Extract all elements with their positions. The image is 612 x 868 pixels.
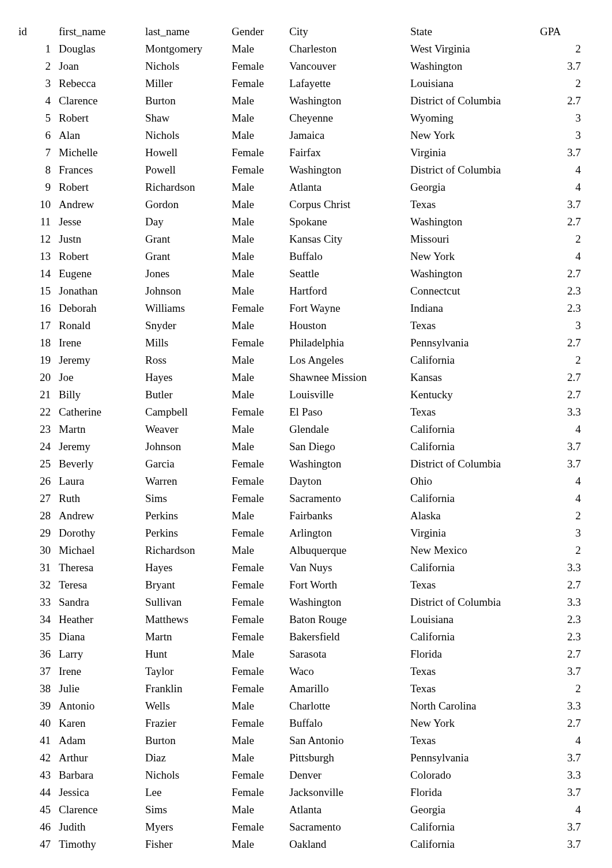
cell-gender: Female — [231, 403, 288, 421]
cell-gpa: 3.7 — [539, 663, 582, 680]
cell-last-name: Snyder — [144, 317, 231, 334]
cell-state: California — [409, 438, 539, 455]
cell-gpa: 3.7 — [539, 438, 582, 455]
cell-city: Jamaica — [288, 127, 409, 144]
cell-first-name: Adam — [58, 732, 144, 749]
cell-state: District of Columbia — [409, 455, 539, 473]
cell-last-name: Perkins — [144, 507, 231, 524]
cell-state: Pennsylvania — [409, 334, 539, 352]
cell-state: Missouri — [409, 231, 539, 248]
cell-gender: Male — [231, 92, 288, 110]
table-row: 24JeremyJohnsonMaleSan DiegoCalifornia3.… — [17, 438, 582, 455]
cell-state: New York — [409, 248, 539, 265]
table-row: 39AntonioWellsMaleCharlotteNorth Carolin… — [17, 697, 582, 715]
cell-gender: Female — [231, 524, 288, 542]
cell-gpa: 2.7 — [539, 386, 582, 403]
cell-last-name: Grant — [144, 231, 231, 248]
table-row: 19JeremyRossMaleLos AngelesCalifornia2 — [17, 352, 582, 369]
cell-gender: Female — [231, 473, 288, 490]
cell-gender: Male — [231, 317, 288, 334]
cell-id: 36 — [17, 646, 58, 663]
cell-state: California — [409, 818, 539, 836]
cell-first-name: Michelle — [58, 144, 144, 161]
cell-city: Vancouver — [288, 58, 409, 75]
cell-gpa: 2.3 — [539, 628, 582, 646]
table-row: 17RonaldSnyderMaleHoustonTexas3 — [17, 317, 582, 334]
table-row: 23MartnWeaverMaleGlendaleCalifornia4 — [17, 421, 582, 438]
cell-city: Fort Wayne — [288, 300, 409, 317]
cell-first-name: Judith — [58, 818, 144, 836]
cell-first-name: Jonathan — [58, 282, 144, 300]
cell-city: Waco — [288, 663, 409, 680]
header-gpa: GPA — [539, 23, 582, 40]
cell-first-name: Irene — [58, 334, 144, 352]
cell-gpa: 3.3 — [539, 697, 582, 715]
header-state: State — [409, 23, 539, 40]
cell-gender: Female — [231, 455, 288, 473]
cell-first-name: Timothy — [58, 836, 144, 853]
cell-id: 29 — [17, 524, 58, 542]
cell-city: El Paso — [288, 403, 409, 421]
table-row: 20JoeHayesMaleShawnee MissionKansas2.7 — [17, 369, 582, 386]
cell-first-name: Robert — [58, 110, 144, 127]
table-row: 36LarryHuntMaleSarasotaFlorida2.7 — [17, 646, 582, 663]
cell-id: 25 — [17, 455, 58, 473]
cell-state: Alaska — [409, 507, 539, 524]
cell-id: 44 — [17, 784, 58, 801]
cell-city: Washington — [288, 455, 409, 473]
table-row: 4ClarenceBurtonMaleWashingtonDistrict of… — [17, 92, 582, 110]
cell-gpa: 2.7 — [539, 369, 582, 386]
cell-first-name: Julie — [58, 680, 144, 697]
cell-id: 18 — [17, 334, 58, 352]
cell-state: Colorado — [409, 767, 539, 784]
cell-id: 2 — [17, 58, 58, 75]
cell-first-name: Rebecca — [58, 75, 144, 92]
cell-last-name: Gordon — [144, 196, 231, 213]
cell-gender: Female — [231, 75, 288, 92]
cell-first-name: Jeremy — [58, 438, 144, 455]
cell-gender: Male — [231, 749, 288, 767]
cell-first-name: Alan — [58, 127, 144, 144]
cell-gender: Male — [231, 196, 288, 213]
cell-last-name: Montgomery — [144, 40, 231, 58]
cell-gpa: 2 — [539, 352, 582, 369]
table-row: 37IreneTaylorFemaleWacoTexas3.7 — [17, 663, 582, 680]
cell-id: 15 — [17, 282, 58, 300]
table-row: 42ArthurDiazMalePittsburghPennsylvania3.… — [17, 749, 582, 767]
cell-gender: Male — [231, 438, 288, 455]
cell-city: Glendale — [288, 421, 409, 438]
table-row: 5RobertShawMaleCheyenneWyoming3 — [17, 110, 582, 127]
cell-last-name: Jones — [144, 265, 231, 282]
cell-first-name: Karen — [58, 715, 144, 732]
cell-id: 10 — [17, 196, 58, 213]
cell-gpa: 4 — [539, 161, 582, 179]
cell-gender: Female — [231, 144, 288, 161]
cell-city: Jacksonville — [288, 784, 409, 801]
cell-state: Louisiana — [409, 611, 539, 628]
cell-last-name: Wells — [144, 697, 231, 715]
cell-last-name: Burton — [144, 92, 231, 110]
cell-gpa: 4 — [539, 490, 582, 507]
cell-state: New York — [409, 715, 539, 732]
cell-gender: Female — [231, 663, 288, 680]
cell-first-name: Frances — [58, 161, 144, 179]
cell-last-name: Sullivan — [144, 594, 231, 611]
cell-last-name: Warren — [144, 473, 231, 490]
cell-id: 27 — [17, 490, 58, 507]
table-row: 35DianaMartnFemaleBakersfieldCalifornia2… — [17, 628, 582, 646]
cell-gender: Male — [231, 231, 288, 248]
cell-gender: Male — [231, 801, 288, 818]
table-row: 33SandraSullivanFemaleWashingtonDistrict… — [17, 594, 582, 611]
cell-state: Connectcut — [409, 282, 539, 300]
cell-gpa: 2.7 — [539, 265, 582, 282]
cell-city: Buffalo — [288, 715, 409, 732]
cell-gender: Male — [231, 507, 288, 524]
cell-first-name: Theresa — [58, 559, 144, 576]
cell-id: 17 — [17, 317, 58, 334]
cell-gender: Female — [231, 576, 288, 594]
cell-city: Fairbanks — [288, 507, 409, 524]
cell-gpa: 2.7 — [539, 92, 582, 110]
cell-id: 13 — [17, 248, 58, 265]
cell-city: Bakersfield — [288, 628, 409, 646]
cell-last-name: Campbell — [144, 403, 231, 421]
